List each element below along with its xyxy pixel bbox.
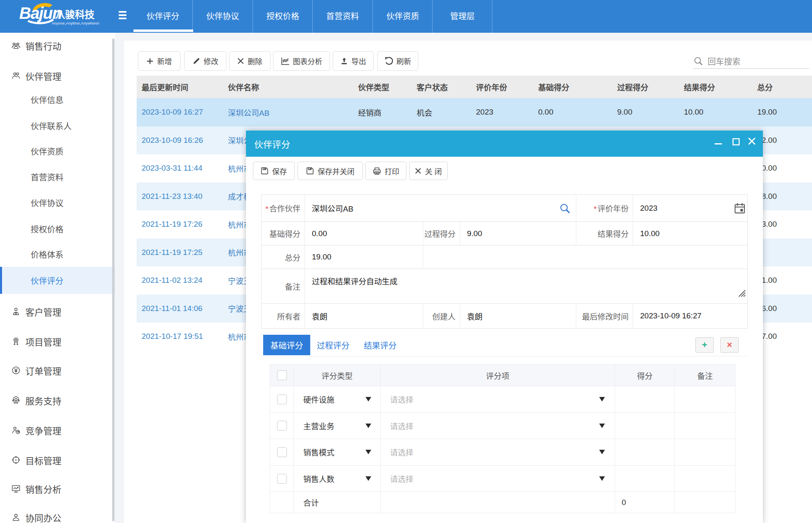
svg-text:Anyone,Anytime,Anywhere!: Anyone,Anytime,Anywhere! <box>52 21 99 25</box>
svg-text:VS: VS <box>17 431 20 433</box>
svg-text:八骏科技: 八骏科技 <box>55 9 95 20</box>
